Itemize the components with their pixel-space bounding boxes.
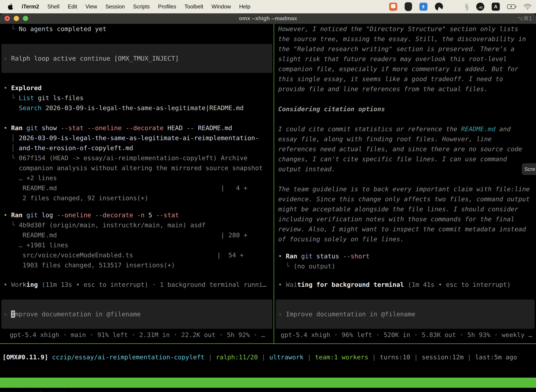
active-pane-border [0, 343, 274, 344]
right-pane-status-line: gpt-5.4 xhigh · 96% left · 520K in · 5.8… [281, 330, 532, 340]
text-segment: output instead. [278, 165, 335, 173]
text-segment: and-the-erosion-of-copyleft.md [19, 144, 133, 152]
text-segment [4, 104, 19, 112]
omx-status-segment: [OMX#0.11.9] [2, 354, 48, 361]
terminal-line: the "Related research writing" section i… [276, 44, 535, 54]
text-segment: (11m 13s • esc to interrupt) · 1 backgro… [38, 281, 266, 288]
text-segment: +2 lines [26, 174, 57, 182]
terminal-line: However, I noticed the "Directory Struct… [276, 24, 535, 34]
squiggle-icon[interactable]: § [465, 3, 469, 11]
text-segment: --oneline --decorate [57, 211, 137, 219]
wifi-icon[interactable] [524, 4, 531, 10]
menu-item-session[interactable]: Session [105, 4, 125, 10]
badge-61-icon[interactable]: ..61 [476, 3, 484, 11]
omx-status-segment [48, 354, 52, 361]
text-segment: └ [278, 263, 293, 270]
text-segment: Explored [11, 84, 42, 92]
text-segment: -- [187, 124, 198, 131]
apple-menu-icon[interactable] [7, 3, 13, 10]
text-segment: • [4, 124, 11, 131]
terminal-blank-line [1, 113, 272, 123]
terminal-line: README.md | 280 + [1, 230, 272, 240]
lightning-hex-icon[interactable] [419, 3, 427, 11]
terminal-line: … +1901 lines [1, 240, 272, 250]
left-input-text: mprove documentation in @filename [15, 311, 141, 318]
text-segment: › [4, 55, 11, 62]
terminal-line: might be acceptable alongside the file l… [276, 204, 535, 214]
pie-icon[interactable] [435, 3, 443, 11]
terminal-line: • Working (11m 13s • esc to interrupt) ·… [1, 280, 272, 289]
terminal-blank-line [1, 34, 272, 44]
menu-item-profiles[interactable]: Profiles [158, 4, 176, 10]
terminal-line: slight risk that future readers may over… [276, 54, 535, 64]
text-segment [4, 242, 19, 249]
menu-item-edit[interactable]: Edit [68, 4, 77, 10]
tmux-window-tab[interactable]: [omx-cczip0:bash* [1, 388, 66, 392]
menu-item-help[interactable]: Help [239, 4, 250, 10]
shield-icon[interactable] [405, 2, 412, 11]
window-title: omx --xhigh --madmax [0, 13, 536, 24]
text-segment: log [42, 211, 57, 219]
omx-status-segment: turns:10 [380, 354, 410, 361]
iterm-window: omx --xhigh --madmax ⌥⌘1 └ No agents com… [0, 13, 536, 392]
text-segment: List [19, 94, 38, 102]
terminal-line: │ and-the-erosion-of-copyleft.md [1, 143, 272, 153]
menu-item-window[interactable]: Window [211, 4, 231, 10]
text-segment: status [316, 252, 343, 260]
omx-status-segment: | [258, 354, 269, 361]
terminal-line: • Ran git show --stat --oneline --decora… [1, 123, 272, 133]
terminal-line: this single essay, it seems like a good … [276, 74, 535, 84]
text-segment: --stat [156, 211, 179, 219]
text-segment: └ [4, 154, 19, 162]
macos-menu-bar: iTerm2ShellEditViewSessionScriptsProfile… [0, 0, 536, 13]
pane-divider[interactable] [274, 24, 274, 344]
window-title-bar[interactable]: omx --xhigh --madmax ⌥⌘1 [0, 13, 536, 24]
terminal-blank-line [1, 203, 272, 210]
text-segment: and [495, 125, 511, 133]
prompt-chevron-icon: › [278, 311, 286, 318]
terminal-line: • Explored [1, 83, 272, 93]
text-segment: 5 [148, 211, 156, 219]
chat-icon-tail [391, 10, 393, 12]
text-segment: Ran [11, 124, 26, 131]
text-segment: • [278, 252, 286, 260]
text-segment: └ [4, 221, 19, 229]
left-pane-status-line: gpt-5.4 xhigh · main · 91% left · 2.31M … [10, 330, 265, 340]
terminal-blank-line [276, 244, 535, 251]
omx-status-segment: last:5m ago [475, 354, 517, 361]
menu-item-view[interactable]: View [86, 4, 97, 10]
omx-status-segment: | [205, 354, 216, 361]
terminal-line: Search 2026-03-09-is-legal-the-same-as-l… [1, 103, 272, 113]
menu-bar-left: iTerm2ShellEditViewSessionScriptsProfile… [0, 3, 250, 10]
terminal-message-box: › Ralph loop active continue [OMX_TMUX_I… [1, 44, 272, 73]
terminal-line: The team guideline is to back every impo… [276, 184, 535, 194]
chat-icon[interactable] [389, 3, 397, 11]
left-prompt-input[interactable]: › Improve documentation in @filename [1, 299, 272, 329]
battery-icon[interactable] [507, 5, 516, 9]
terminal-line: of focusing solely on file lines. [276, 234, 535, 244]
terminal-line: └ (no output) [276, 261, 535, 271]
text-segment [4, 174, 19, 182]
menu-item-iterm2[interactable]: iTerm2 [22, 4, 39, 10]
menu-item-scripts[interactable]: Scripts [133, 4, 150, 10]
right-prompt-input[interactable]: › Improve documentation in @filename [276, 299, 535, 329]
text-segment: the source tree, missing the essay. Stil… [278, 35, 526, 42]
menu-item-shell[interactable]: Shell [47, 4, 59, 10]
text-segment: 2 files changed, 92 insertions(+) [4, 194, 148, 202]
text-segment: • [4, 281, 11, 288]
omx-status-segment: | [410, 354, 422, 361]
dots-grid-icon[interactable] [450, 3, 457, 10]
window-shortcut-badge: ⌥⌘1 [517, 13, 532, 24]
text-segment: review. Also, I might want to inspect th… [278, 225, 526, 233]
text-segment: └ [4, 94, 19, 102]
terminal-line: Considering citation options [276, 104, 535, 114]
screen-share-badge[interactable]: Scre [522, 163, 536, 175]
menu-item-toolbelt[interactable]: Toolbelt [184, 4, 203, 10]
text-segment: • [278, 281, 286, 288]
text-segment: companion analysis without altering the … [4, 164, 263, 172]
letter-a-icon[interactable]: A [492, 3, 500, 11]
tmux-panes: └ No agents completed yet› Ralph loop ac… [0, 24, 536, 344]
text-segment: However, I noticed the "Directory Struct… [278, 25, 518, 33]
omx-status-segment: session:12m [422, 354, 464, 361]
text-segment: 2026-03-09-is-legal-the-same-as-legitima… [45, 104, 244, 112]
